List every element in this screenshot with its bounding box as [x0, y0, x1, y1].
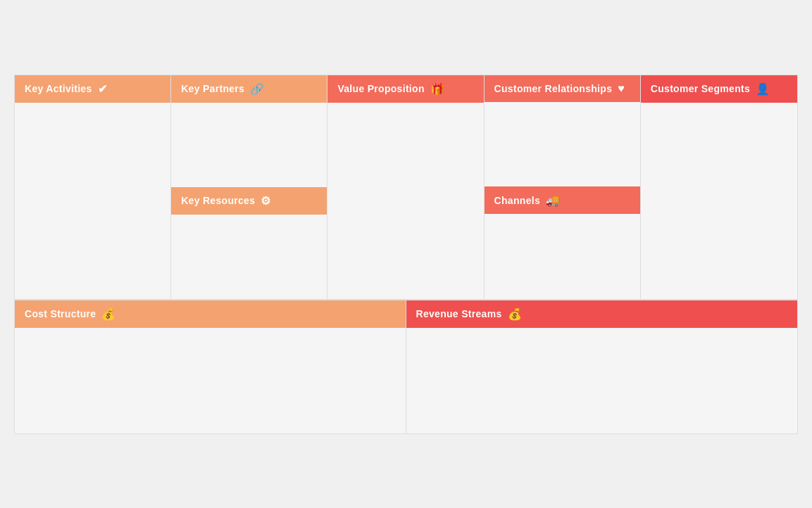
- revenue-streams-content[interactable]: [406, 328, 798, 433]
- customer-segments-column: Customer Segments 👤: [641, 75, 797, 299]
- key-activities-header[interactable]: Key Activities ✔: [15, 75, 170, 103]
- revenue-streams-label: Revenue Streams: [416, 308, 502, 319]
- customer-relationships-column: Customer Relationships ♥ Channels 🚚: [485, 75, 641, 299]
- key-resources-label: Key Resources: [181, 195, 255, 206]
- customer-segments-label: Customer Segments: [651, 83, 750, 94]
- key-resources-header[interactable]: Key Resources ⚙: [171, 187, 327, 215]
- value-proposition-icon: 🎁: [430, 82, 444, 96]
- channels-content[interactable]: [485, 214, 640, 299]
- value-proposition-header[interactable]: Value Proposition 🎁: [327, 75, 483, 103]
- key-resources-icon: ⚙: [261, 194, 270, 208]
- customer-relationships-header[interactable]: Customer Relationships ♥: [485, 75, 640, 102]
- cost-structure-icon: 💰: [101, 307, 115, 321]
- channels-header[interactable]: Channels 🚚: [485, 186, 640, 214]
- key-activities-icon: ✔: [98, 82, 107, 96]
- bmc-grid: Key Activities ✔ Key Partners 🔗 Key Reso…: [14, 75, 798, 434]
- channels-icon: 🚚: [546, 193, 560, 207]
- cost-structure-column: Cost Structure 💰: [15, 300, 406, 433]
- cost-structure-content[interactable]: [15, 328, 406, 433]
- revenue-streams-column: Revenue Streams 💰: [406, 300, 798, 433]
- key-activities-column: Key Activities ✔: [15, 75, 171, 299]
- canvas-wrapper: Key Activities ✔ Key Partners 🔗 Key Reso…: [0, 53, 812, 455]
- value-proposition-label: Value Proposition: [337, 83, 424, 94]
- customer-segments-icon: 👤: [756, 82, 770, 96]
- key-partners-column: Key Partners 🔗 Key Resources ⚙: [171, 75, 327, 299]
- value-proposition-column: Value Proposition 🎁: [327, 75, 484, 299]
- revenue-streams-icon: 💰: [508, 307, 522, 321]
- value-proposition-content[interactable]: [327, 103, 483, 299]
- key-partners-header[interactable]: Key Partners 🔗: [171, 75, 327, 103]
- channels-label: Channels: [494, 195, 540, 206]
- cost-structure-header[interactable]: Cost Structure 💰: [15, 300, 406, 328]
- key-activities-label: Key Activities: [25, 83, 92, 94]
- key-partners-icon: 🔗: [250, 82, 264, 96]
- key-partners-content[interactable]: [171, 103, 327, 187]
- top-section: Key Activities ✔ Key Partners 🔗 Key Reso…: [15, 75, 797, 300]
- key-resources-content[interactable]: [171, 215, 327, 299]
- cost-structure-label: Cost Structure: [25, 308, 96, 319]
- customer-relationships-content[interactable]: [485, 102, 640, 187]
- bottom-section: Cost Structure 💰 Revenue Streams 💰: [15, 300, 797, 433]
- customer-relationships-label: Customer Relationships: [494, 83, 613, 94]
- key-activities-content[interactable]: [15, 103, 170, 299]
- customer-relationships-icon: ♥: [618, 82, 625, 95]
- revenue-streams-header[interactable]: Revenue Streams 💰: [406, 300, 798, 328]
- customer-segments-header[interactable]: Customer Segments 👤: [641, 75, 797, 103]
- key-partners-label: Key Partners: [181, 83, 244, 94]
- customer-segments-content[interactable]: [641, 103, 797, 299]
